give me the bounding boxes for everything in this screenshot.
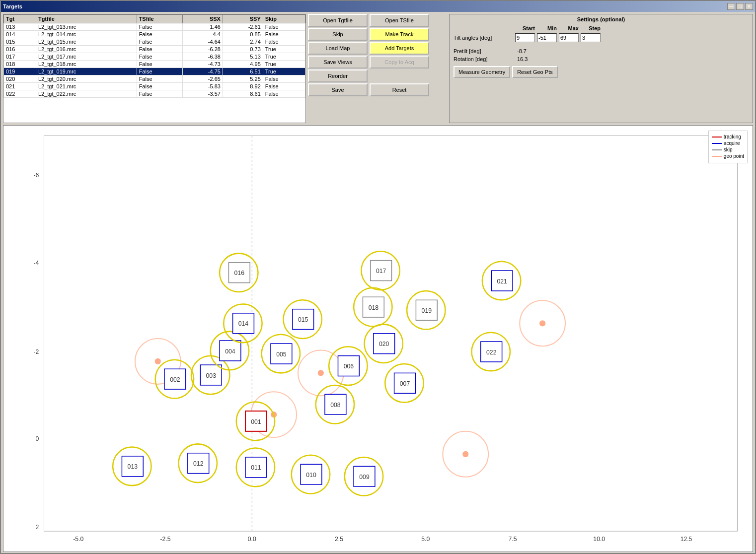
- cell-ssy: 8.61: [223, 90, 263, 98]
- svg-point-19: [318, 370, 324, 376]
- svg-text:-5.0: -5.0: [73, 536, 83, 543]
- table-row[interactable]: 019 L2_tgt_019.mrc False -4.75 6.51 True: [4, 68, 305, 75]
- legend-skip-line: [712, 149, 722, 150]
- svg-text:022: 022: [486, 349, 497, 356]
- cell-ssy: 5.25: [223, 75, 263, 83]
- cell-tgt: 021: [4, 83, 36, 90]
- table-row[interactable]: 015 L2_tgt_015.mrc False -4.64 2.74 Fals…: [4, 38, 305, 46]
- cell-ssy: 6.51: [223, 68, 263, 75]
- svg-text:003: 003: [206, 372, 217, 379]
- rotation-label: Rotation [deg]: [454, 56, 513, 62]
- btn-row-1: Open Tgtfile Open TSfile: [308, 14, 447, 27]
- svg-point-23: [462, 451, 468, 457]
- cell-tgt: 015: [4, 38, 36, 46]
- tilt-step-input[interactable]: [581, 33, 601, 42]
- cell-ssy: 0.85: [223, 31, 263, 38]
- buttons-panel: Open Tgtfile Open TSfile Skip Make Track…: [308, 14, 447, 123]
- targets-table: Tgt Tgtfile TSfile SSX SSY Skip 013 L2_t…: [3, 14, 305, 98]
- cell-ssy: 8.92: [223, 83, 263, 90]
- svg-text:008: 008: [330, 402, 341, 409]
- cell-ssx: -2.65: [183, 75, 223, 83]
- plot-svg: -5.0 -2.5 0.0 2.5 5.0 7.5 10.0 12.5: [3, 126, 753, 552]
- reset-button[interactable]: Reset: [370, 83, 429, 96]
- top-area: Tgt Tgtfile TSfile SSX SSY Skip 013 L2_t…: [3, 14, 753, 123]
- col-tgt: Tgt: [4, 15, 36, 23]
- cell-skip: True: [263, 46, 305, 53]
- table-row[interactable]: 018 L2_tgt_018.mrc False -4.73 4.95 True: [4, 61, 305, 68]
- cell-ssx: -4.73: [183, 61, 223, 68]
- rotation-value: 16.3: [517, 56, 528, 62]
- table-row[interactable]: 013 L2_tgt_013.mrc False 1.46 -2.61 Fals…: [4, 23, 305, 31]
- cell-tgtfile: L2_tgt_016.mrc: [36, 46, 137, 53]
- plot-container[interactable]: -5.0 -2.5 0.0 2.5 5.0 7.5 10.0 12.5: [3, 125, 753, 552]
- cell-tgt: 022: [4, 90, 36, 98]
- svg-text:-6: -6: [33, 172, 39, 179]
- reorder-button[interactable]: Reorder: [308, 69, 368, 82]
- cell-ssy: -2.61: [223, 23, 263, 31]
- legend-skip-label: skip: [724, 147, 733, 152]
- table-row[interactable]: 022 L2_tgt_022.mrc False -3.57 8.61 Fals…: [4, 90, 305, 98]
- skip-button[interactable]: Skip: [308, 28, 368, 41]
- svg-text:-2.5: -2.5: [160, 536, 171, 543]
- cell-tgtfile: L2_tgt_017.mrc: [36, 53, 137, 61]
- cell-tsfile: False: [137, 68, 182, 75]
- table-row[interactable]: 021 L2_tgt_021.mrc False -5.83 8.92 Fals…: [4, 83, 305, 90]
- save-button[interactable]: Save: [308, 83, 368, 96]
- open-tsfile-button[interactable]: Open TSfile: [370, 14, 429, 27]
- copy-to-acq-button[interactable]: Copy to Acq: [370, 56, 429, 69]
- reset-geo-pts-button[interactable]: Reset Geo Pts: [512, 66, 558, 78]
- save-views-button[interactable]: Save Views: [308, 56, 368, 69]
- col-min-label: Min: [537, 25, 557, 31]
- add-targets-button[interactable]: Add Targets: [370, 42, 429, 55]
- tilt-min-input[interactable]: [537, 33, 557, 42]
- make-track-button[interactable]: Make Track: [370, 28, 429, 41]
- cell-tgtfile: L2_tgt_019.mrc: [36, 68, 137, 75]
- legend-tracking-label: tracking: [724, 134, 741, 139]
- table-row[interactable]: 016 L2_tgt_016.mrc False -6.28 0.73 True: [4, 46, 305, 53]
- cell-tgt: 018: [4, 61, 36, 68]
- close-button[interactable]: ✕: [745, 3, 753, 10]
- cell-ssx: 1.46: [183, 23, 223, 31]
- svg-text:013: 013: [128, 463, 138, 470]
- settings-actions: Measure Geometry Reset Geo Pts: [454, 66, 749, 78]
- svg-text:2: 2: [36, 524, 39, 531]
- cell-tgtfile: L2_tgt_015.mrc: [36, 38, 137, 46]
- svg-text:017: 017: [376, 268, 386, 275]
- load-map-button[interactable]: Load Map: [308, 42, 368, 55]
- cell-tgtfile: L2_tgt_022.mrc: [36, 90, 137, 98]
- col-ssy: SSY: [223, 15, 263, 23]
- open-tgtfile-button[interactable]: Open Tgtfile: [308, 14, 368, 27]
- measure-geometry-button[interactable]: Measure Geometry: [454, 66, 510, 78]
- table-row[interactable]: 017 L2_tgt_017.mrc False -6.38 5.13 True: [4, 53, 305, 61]
- cell-skip: True: [263, 68, 305, 75]
- svg-text:001: 001: [251, 418, 261, 425]
- cell-tsfile: False: [137, 38, 182, 46]
- legend-acquire-line: [712, 143, 722, 144]
- btn-row-2: Skip Make Track: [308, 28, 447, 41]
- tilt-start-input[interactable]: [515, 33, 535, 42]
- cell-skip: True: [263, 61, 305, 68]
- cell-tgt: 013: [4, 23, 36, 31]
- cell-ssy: 2.74: [223, 38, 263, 46]
- svg-text:5.0: 5.0: [421, 536, 430, 543]
- minimize-button[interactable]: —: [727, 3, 735, 10]
- table-row[interactable]: 014 L2_tgt_014.mrc False -4.4 0.85 False: [4, 31, 305, 38]
- svg-point-25: [539, 320, 545, 326]
- svg-text:012: 012: [193, 460, 204, 467]
- col-tgtfile: Tgtfile: [36, 15, 137, 23]
- cell-skip: False: [263, 31, 305, 38]
- title-bar: Targets — □ ✕: [1, 1, 755, 12]
- svg-text:-4: -4: [33, 260, 39, 267]
- cell-tgtfile: L2_tgt_018.mrc: [36, 61, 137, 68]
- tilt-max-input[interactable]: [559, 33, 579, 42]
- svg-text:005: 005: [276, 351, 287, 358]
- legend-geo-point: geo point: [712, 153, 744, 159]
- cell-tsfile: False: [137, 46, 182, 53]
- svg-text:016: 016: [234, 270, 245, 277]
- legend-acquire-label: acquire: [724, 140, 740, 146]
- cell-ssy: 5.13: [223, 53, 263, 61]
- table-row[interactable]: 020 L2_tgt_020.mrc False -2.65 5.25 Fals…: [4, 75, 305, 83]
- cell-tsfile: False: [137, 83, 182, 90]
- cell-ssx: -4.75: [183, 68, 223, 75]
- maximize-button[interactable]: □: [736, 3, 744, 10]
